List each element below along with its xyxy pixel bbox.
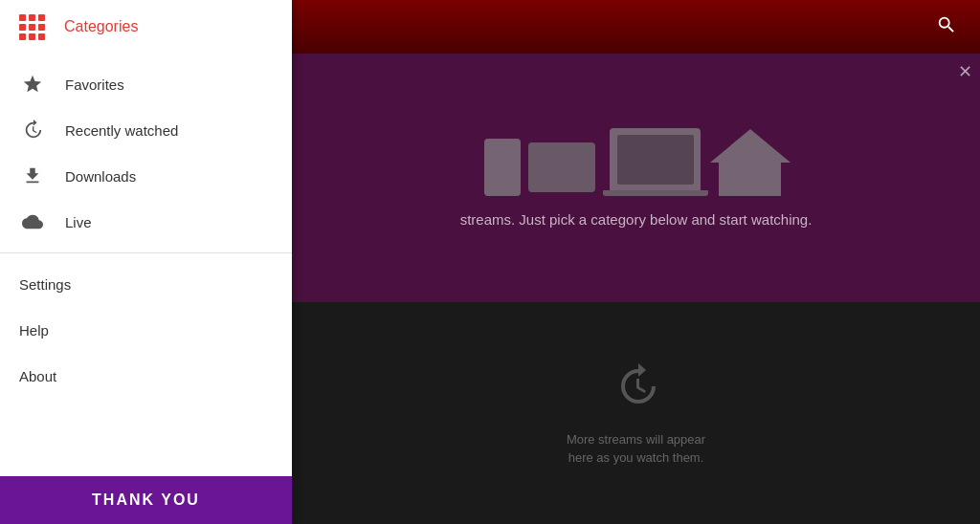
grid-dot-1	[19, 14, 26, 21]
sidebar-item-settings[interactable]: Settings	[0, 261, 292, 307]
grid-dot-7	[19, 33, 26, 40]
hero-close-button[interactable]: ✕	[958, 61, 972, 82]
recently-watched-empty-text: More streams will appear here as you wat…	[567, 430, 705, 468]
downloads-label: Downloads	[65, 168, 136, 185]
favorites-label: Favorites	[65, 76, 124, 93]
about-label: About	[19, 368, 56, 384]
star-icon	[19, 71, 46, 98]
sidebar-item-help[interactable]: Help	[0, 307, 292, 353]
sidebar-item-live[interactable]: Live	[0, 199, 292, 245]
grid-dot-6	[38, 24, 45, 31]
sidebar-item-favorites[interactable]: Favorites	[0, 61, 292, 107]
sidebar: Categories Favorites Recently watched	[0, 0, 292, 524]
history-empty-icon	[613, 363, 659, 419]
device-laptop-base	[603, 190, 708, 196]
hero-illustration	[484, 128, 789, 196]
cloud-icon	[19, 208, 46, 235]
recently-watched-section: More streams will appear here as you wat…	[292, 306, 980, 524]
settings-label: Settings	[19, 276, 71, 293]
secondary-nav: Settings Help About	[0, 253, 292, 406]
grid-dot-5	[29, 24, 35, 31]
grid-dot-4	[19, 24, 26, 31]
grid-dot-8	[29, 33, 35, 40]
sidebar-item-recently-watched[interactable]: Recently watched	[0, 107, 292, 153]
history-icon	[19, 117, 46, 143]
grid-icon[interactable]	[19, 14, 45, 40]
grid-dot-9	[38, 33, 45, 40]
device-tablet-icon	[528, 142, 595, 192]
grid-dot-2	[29, 14, 35, 21]
device-house-body	[719, 161, 781, 196]
search-button[interactable]	[928, 7, 965, 48]
help-label: Help	[19, 322, 49, 338]
thank-you-text: THANK YOU	[92, 491, 200, 509]
sidebar-item-about[interactable]: About	[0, 353, 292, 399]
primary-nav: Favorites Recently watched Downloads	[0, 54, 292, 253]
hero-section: streams. Just pick a category below and …	[292, 54, 980, 302]
device-laptop-container	[603, 128, 708, 196]
grid-dot-3	[38, 14, 45, 21]
download-icon	[19, 163, 46, 189]
recently-watched-label: Recently watched	[65, 122, 178, 139]
device-house-roof	[710, 129, 791, 163]
sidebar-scrollable: Categories Favorites Recently watched	[0, 0, 292, 476]
device-laptop-screen	[617, 135, 694, 185]
device-phone-icon	[484, 139, 521, 196]
device-house-icon	[712, 129, 789, 196]
hero-text: streams. Just pick a category below and …	[460, 211, 813, 228]
sidebar-item-downloads[interactable]: Downloads	[0, 153, 292, 199]
device-laptop-icon	[610, 128, 701, 190]
live-label: Live	[65, 214, 92, 230]
categories-label: Categories	[64, 18, 138, 35]
sidebar-header: Categories	[0, 0, 292, 54]
thank-you-bar[interactable]: THANK YOU	[0, 476, 292, 524]
